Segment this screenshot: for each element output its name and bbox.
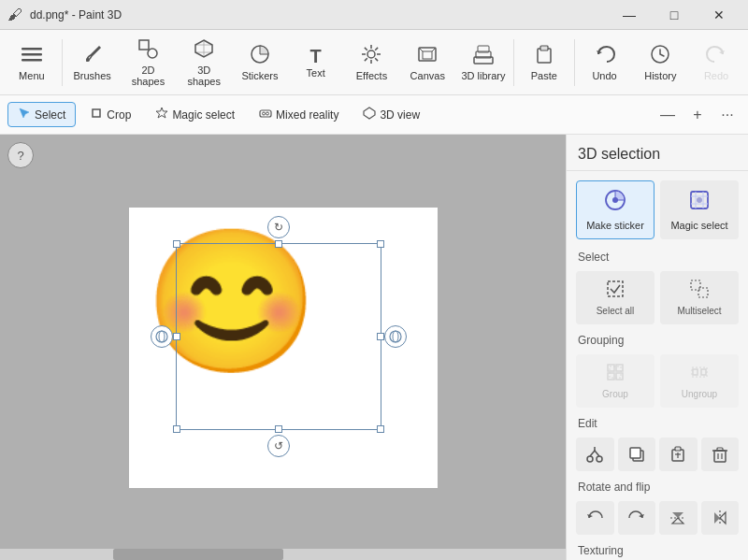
help-button[interactable]: ?	[7, 142, 34, 168]
handle-top-center[interactable]	[275, 240, 282, 248]
group-button: Group	[576, 354, 654, 408]
tool-menu[interactable]: Menu	[4, 33, 60, 93]
svg-point-3	[86, 58, 90, 62]
edit-buttons	[567, 434, 748, 475]
flip-vertical-button[interactable]	[659, 501, 698, 535]
ungroup-icon	[690, 363, 709, 386]
rotate-handle-bottom[interactable]: ↺	[267, 435, 290, 457]
selection-box[interactable]: ↻ ↺	[176, 243, 381, 430]
handle-middle-left[interactable]	[173, 333, 180, 340]
multiselect-button[interactable]: Multiselect	[660, 271, 739, 324]
rotate-right-button[interactable]	[618, 501, 656, 535]
svg-rect-44	[608, 373, 614, 380]
3d-handle-right[interactable]	[384, 325, 407, 348]
copy-button[interactable]	[618, 438, 656, 471]
select-icon	[18, 107, 31, 122]
text-icon: T	[310, 47, 322, 65]
title-bar-left: 🖌 dd.png* - Paint 3D	[7, 7, 122, 23]
tool-effects-label: Effects	[356, 70, 387, 81]
tool-stickers[interactable]: Stickers	[232, 33, 288, 93]
3d-view-icon	[363, 107, 376, 122]
cut-button[interactable]	[576, 438, 614, 471]
title-bar: 🖌 dd.png* - Paint 3D — □ ✕	[0, 0, 748, 30]
panel-title: 3D selection	[567, 135, 748, 171]
handle-bottom-center[interactable]	[275, 425, 282, 433]
tool-undo[interactable]: Undo	[577, 33, 633, 93]
tool-2d-shapes[interactable]: 2D shapes	[121, 33, 177, 93]
sub-tool-3d-view[interactable]: 3D view	[352, 102, 430, 127]
svg-point-51	[597, 456, 602, 462]
tool-paste[interactable]: Paste	[516, 33, 572, 93]
svg-point-5	[148, 49, 157, 58]
tool-text[interactable]: T Text	[288, 33, 344, 93]
svg-rect-4	[139, 40, 149, 50]
crop-icon	[90, 107, 103, 122]
tool-effects[interactable]: Effects	[344, 33, 400, 93]
tool-3d-shapes[interactable]: 3D shapes	[176, 33, 232, 93]
svg-marker-67	[714, 512, 720, 524]
svg-point-38	[697, 197, 702, 203]
sub-tool-magic-select[interactable]: Magic select	[145, 102, 245, 127]
sub-tool-crop[interactable]: Crop	[79, 102, 141, 127]
svg-rect-24	[540, 46, 548, 50]
svg-rect-54	[630, 448, 640, 458]
tool-2d-shapes-label: 2D shapes	[124, 65, 173, 87]
tool-undo-label: Undo	[592, 70, 616, 81]
handle-middle-right[interactable]	[377, 333, 384, 340]
canvas-bg: 😊 ↻ ↺	[129, 208, 438, 488]
svg-rect-59	[714, 451, 726, 462]
toolbar-separator-2	[513, 39, 514, 86]
zoom-out-button[interactable]: —	[654, 102, 681, 128]
svg-rect-56	[675, 447, 681, 451]
magic-select-button[interactable]: Magic select	[660, 180, 739, 239]
make-sticker-button[interactable]: Make sticker	[576, 180, 654, 239]
tool-redo-label: Redo	[704, 70, 728, 81]
handle-top-right[interactable]	[377, 240, 384, 248]
handle-top-left[interactable]	[173, 240, 180, 248]
svg-rect-26	[93, 109, 100, 117]
ungroup-label: Ungroup	[682, 389, 717, 399]
svg-rect-61	[717, 448, 723, 451]
svg-rect-0	[22, 48, 42, 50]
tool-brushes[interactable]: Brushes	[65, 33, 121, 93]
maximize-button[interactable]: □	[653, 0, 696, 30]
3d-handle-left[interactable]	[151, 325, 173, 348]
delete-button[interactable]	[701, 438, 740, 471]
tool-history[interactable]: History	[632, 33, 688, 93]
handle-bottom-left[interactable]	[173, 425, 180, 433]
paste-selection-button[interactable]	[659, 438, 698, 471]
stickers-icon	[250, 44, 270, 68]
sub-tool-select[interactable]: Select	[7, 102, 76, 127]
more-options-button[interactable]: ···	[714, 102, 741, 128]
handle-bottom-right[interactable]	[377, 425, 384, 433]
select-all-button[interactable]: Select all	[576, 271, 654, 324]
brushes-icon	[82, 44, 103, 68]
tool-text-label: Text	[307, 67, 325, 79]
effects-icon	[361, 44, 381, 68]
tool-3d-library-label: 3D library	[461, 70, 505, 81]
title-bar-controls: — □ ✕	[608, 0, 741, 30]
tool-redo[interactable]: Redo	[688, 33, 744, 93]
rotate-flip-section-label: Rotate and flip	[567, 475, 748, 497]
3d-shapes-icon	[194, 38, 214, 63]
rotate-left-button[interactable]	[576, 501, 614, 535]
3d-library-icon	[473, 44, 494, 68]
minimize-button[interactable]: —	[608, 0, 651, 30]
title-bar-title: dd.png* - Paint 3D	[30, 8, 122, 22]
tool-3d-library[interactable]: 3D library	[455, 33, 511, 93]
canvas-scrollbar[interactable]	[0, 549, 566, 560]
flip-horizontal-button[interactable]	[701, 501, 740, 535]
close-button[interactable]: ✕	[698, 0, 741, 30]
canvas-scrollbar-thumb[interactable]	[113, 549, 283, 560]
svg-rect-46	[610, 366, 621, 378]
zoom-in-button[interactable]: +	[684, 102, 711, 128]
rotate-handle-top[interactable]: ↻	[267, 216, 290, 238]
sub-tool-3d-view-label: 3D view	[380, 108, 420, 122]
menu-icon	[22, 44, 42, 68]
tool-canvas[interactable]: Canvas	[399, 33, 455, 93]
history-icon	[650, 44, 670, 68]
svg-line-12	[365, 47, 367, 50]
canvas-area[interactable]: ? 😊 ↻ ↺	[0, 135, 566, 560]
sub-tool-mixed-reality[interactable]: Mixed reality	[249, 102, 349, 127]
toolbar-separator-1	[62, 39, 63, 86]
